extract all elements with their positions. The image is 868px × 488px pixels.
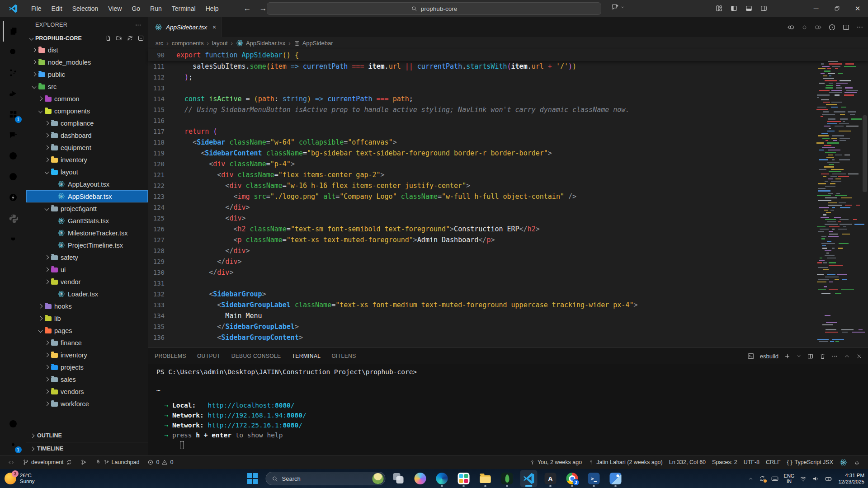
terminal-dropdown-icon[interactable] (796, 353, 802, 359)
editor-scrollbar[interactable] (862, 61, 868, 347)
breadcrumb-item[interactable]: AppSidebar.tsx (236, 39, 285, 47)
start-button[interactable] (244, 470, 261, 487)
task-view-button[interactable] (390, 470, 407, 487)
menu-selection[interactable]: Selection (67, 0, 104, 17)
close-panel-icon[interactable] (856, 353, 863, 360)
split-terminal-icon[interactable] (807, 353, 814, 360)
toggle-secondary-sidebar-icon[interactable] (760, 5, 768, 12)
battery-icon[interactable] (825, 474, 833, 483)
volume-icon[interactable] (812, 475, 820, 483)
account-icon[interactable] (3, 413, 24, 434)
tree-item-projecttimeline-tsx[interactable]: ProjectTimeline.tsx (26, 239, 148, 251)
copilot-menu[interactable] (611, 3, 625, 11)
remote-indicator[interactable] (5, 455, 18, 469)
file-explorer-button[interactable] (477, 470, 494, 487)
blame-status[interactable]: You, 2 weeks ago (526, 459, 585, 465)
tree-item-vendors[interactable]: vendors (26, 385, 148, 398)
language-mode[interactable]: { }TypeScript JSX (784, 459, 836, 465)
gitlens-icon[interactable] (3, 145, 24, 166)
touch-keyboard-icon[interactable] (771, 474, 779, 483)
compare-changes-button[interactable] (77, 455, 90, 469)
editor-more-actions-icon[interactable] (856, 23, 863, 31)
menu-help[interactable]: Help (201, 0, 224, 17)
app-a-button[interactable]: A (542, 470, 559, 487)
search-sidebar-icon[interactable] (3, 42, 24, 62)
git-branch-status[interactable]: development (19, 455, 75, 469)
photos-app-button[interactable] (607, 470, 624, 487)
encoding-status[interactable]: UTF-8 (741, 459, 763, 465)
panel-tab-output[interactable]: OUTPUT (197, 348, 221, 364)
menu-go[interactable]: Go (127, 0, 145, 17)
window-restore-button[interactable] (826, 0, 847, 17)
ports-icon[interactable] (3, 229, 24, 249)
slack-app-button[interactable] (455, 470, 472, 487)
panel-more-actions-icon[interactable] (831, 353, 838, 360)
breadcrumb[interactable]: src›components›layout›AppSidebar.tsx›App… (148, 37, 868, 49)
tree-item-src[interactable]: src (26, 80, 148, 93)
clock[interactable]: 4:31 PM12/23/2025 (838, 472, 864, 485)
wifi-icon[interactable] (799, 475, 807, 483)
gitlens-current-icon[interactable] (801, 24, 808, 31)
tree-item-milestonetracker-tsx[interactable]: MilestoneTracker.tsx (26, 227, 148, 239)
tree-item-equipment[interactable]: equipment (26, 141, 148, 154)
problems-status[interactable]: 0 0 (144, 455, 176, 469)
copilot-app-button[interactable] (412, 470, 429, 487)
tree-item-public[interactable]: public (26, 68, 148, 80)
mongodb-app-button[interactable] (499, 470, 516, 487)
minimap[interactable] (816, 61, 861, 347)
panel-tab-debug-console[interactable]: DEBUG CONSOLE (231, 348, 281, 364)
taskbar-search[interactable]: Search (266, 472, 386, 485)
tree-item-compliance[interactable]: compliance (26, 117, 148, 129)
tree-item-applayout-tsx[interactable]: AppLayout.tsx (26, 178, 148, 190)
tree-item-projects[interactable]: projects (26, 361, 148, 373)
tree-item-appsidebar-tsx[interactable]: AppSidebar.tsx (26, 190, 148, 202)
tree-item-loader-tsx[interactable]: Loader.tsx (26, 288, 148, 300)
tree-item-vendor[interactable]: vendor (26, 276, 148, 288)
breadcrumb-item[interactable]: src (156, 40, 163, 47)
maximize-panel-icon[interactable] (844, 353, 850, 360)
tree-item-inventory[interactable]: inventory (26, 349, 148, 361)
menu-terminal[interactable]: Terminal (167, 0, 201, 17)
window-close-button[interactable]: ✕ (847, 0, 868, 17)
tree-item-safety[interactable]: safety (26, 251, 148, 263)
toggle-panel-icon[interactable] (745, 5, 753, 12)
chrome-profile-button[interactable]: J (564, 470, 581, 487)
powershell-app-button[interactable]: >_ (585, 470, 603, 487)
menu-run[interactable]: Run (145, 0, 167, 17)
update-sync-icon[interactable] (759, 475, 766, 482)
new-folder-icon[interactable] (116, 35, 123, 42)
toggle-primary-sidebar-icon[interactable] (730, 5, 738, 12)
timeline-icon[interactable] (828, 23, 836, 31)
new-terminal-icon[interactable] (784, 353, 791, 360)
command-center-search[interactable]: prophub-core (267, 2, 601, 15)
explorer-more-actions-icon[interactable] (135, 22, 142, 28)
explorer-icon[interactable] (3, 21, 24, 42)
tree-item-ui[interactable]: ui (26, 263, 148, 276)
tray-chevron-up-icon[interactable] (748, 476, 754, 482)
new-file-icon[interactable] (105, 35, 112, 42)
tree-item-dist[interactable]: dist (26, 44, 148, 56)
settings-gear-icon[interactable]: 1 (3, 434, 24, 455)
project-section-header[interactable]: PROPHUB-CORE (26, 33, 148, 44)
tree-item-node-modules[interactable]: node_modules (26, 56, 148, 68)
terminal-output[interactable]: PS C:\Users\admin\Desktop\JATIN\Construc… (148, 364, 868, 455)
launchpad-button[interactable]: Launchpad (92, 455, 143, 469)
code-editor[interactable]: 111 salesSubItems.some(item => currentPa… (148, 61, 868, 347)
tree-item-dashboard[interactable]: dashboard (26, 129, 148, 141)
cursor-position[interactable]: Ln 332, Col 60 (666, 459, 709, 465)
menu-file[interactable]: File (26, 0, 47, 17)
thunder-client-icon[interactable] (3, 187, 24, 208)
tree-item-pages[interactable]: pages (26, 324, 148, 337)
gitlens-forward-icon[interactable] (814, 23, 822, 31)
tree-item-hooks[interactable]: hooks (26, 300, 148, 312)
tree-item-common[interactable]: common (26, 93, 148, 105)
tab-close-icon[interactable]: × (212, 23, 216, 31)
panel-tab-problems[interactable]: PROBLEMS (155, 348, 186, 364)
customize-layout-icon[interactable] (715, 5, 723, 12)
commit-author-status[interactable]: Jatin Lahari (2 weeks ago) (585, 459, 666, 465)
breadcrumb-item[interactable]: components (172, 40, 204, 47)
tree-item-finance[interactable]: finance (26, 337, 148, 349)
source-control-icon[interactable] (3, 62, 24, 83)
indentation-status[interactable]: Spaces: 2 (709, 459, 741, 465)
nav-forward-icon[interactable]: → (259, 4, 267, 13)
